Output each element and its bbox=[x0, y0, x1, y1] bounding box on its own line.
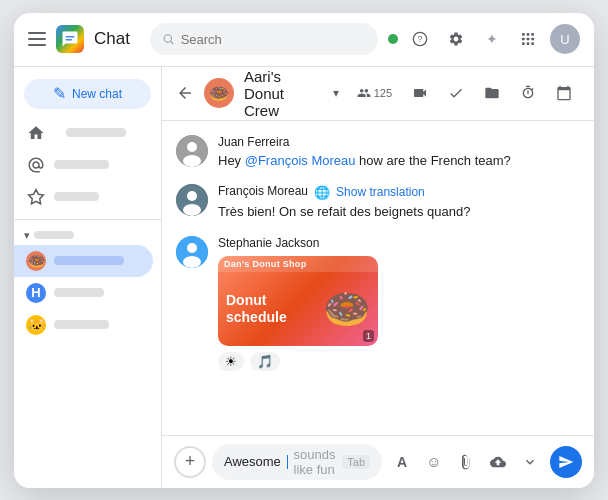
add-icon: + bbox=[185, 451, 196, 472]
stephanie-avatar bbox=[176, 236, 208, 268]
svg-rect-5 bbox=[527, 33, 530, 36]
app-logo bbox=[56, 25, 84, 53]
donut-crew-label bbox=[54, 256, 124, 265]
sidebar-item-home[interactable] bbox=[14, 117, 153, 149]
home-icon bbox=[26, 123, 46, 143]
svg-point-15 bbox=[187, 142, 197, 152]
send-button[interactable] bbox=[550, 446, 582, 478]
svg-rect-6 bbox=[531, 33, 534, 36]
folder-icon bbox=[484, 85, 500, 101]
more-input-button[interactable] bbox=[516, 448, 544, 476]
sidebar-item-person-h[interactable]: H bbox=[14, 277, 153, 309]
chat-title: Aari's Donut Crew bbox=[244, 68, 321, 119]
card-text: Donut schedule bbox=[226, 292, 287, 326]
format-button[interactable]: A bbox=[388, 448, 416, 476]
input-actions: A ☺ bbox=[388, 448, 544, 476]
grid-button[interactable] bbox=[514, 25, 542, 53]
sidebar-item-saved[interactable] bbox=[14, 181, 153, 213]
svg-marker-13 bbox=[29, 189, 44, 203]
sidebar-item-mentions[interactable] bbox=[14, 149, 153, 181]
reactions-row: ☀ 🎵 bbox=[218, 352, 580, 371]
main-layout: ✎ New chat bbox=[14, 67, 594, 488]
emoji-button[interactable]: ☺ bbox=[420, 448, 448, 476]
video-icon bbox=[412, 85, 428, 101]
sidebar-divider bbox=[14, 219, 161, 220]
help-icon: ? bbox=[412, 31, 428, 47]
send-icon bbox=[558, 454, 574, 470]
settings-button[interactable] bbox=[442, 25, 470, 53]
message-group-stephanie: Stephanie Jackson Dan's Donut Shop Donut… bbox=[176, 236, 580, 371]
input-cursor bbox=[287, 455, 288, 469]
emoji-icon: ☺ bbox=[426, 453, 441, 470]
card-body: Donut schedule 🍩 bbox=[218, 272, 378, 346]
attach-button[interactable] bbox=[452, 448, 480, 476]
reaction-sun[interactable]: ☀ bbox=[218, 352, 244, 371]
new-chat-button[interactable]: ✎ New chat bbox=[24, 79, 151, 109]
timer-icon bbox=[520, 85, 536, 101]
app-title: Chat bbox=[94, 29, 130, 49]
chat-title-caret[interactable]: ▾ bbox=[333, 86, 339, 100]
chat-header-actions: 125 bbox=[349, 77, 580, 109]
member-count: 125 bbox=[374, 87, 392, 99]
show-translation-link[interactable]: Show translation bbox=[336, 185, 425, 199]
svg-rect-8 bbox=[527, 38, 530, 41]
donut-crew-avatar: 🍩 bbox=[26, 251, 46, 271]
back-button[interactable] bbox=[176, 84, 194, 102]
svg-point-22 bbox=[183, 256, 201, 268]
app-window: Chat ? ✦ bbox=[14, 13, 594, 488]
top-bar-actions: ? ✦ U bbox=[388, 24, 580, 54]
saved-icon bbox=[26, 187, 46, 207]
sidebar: ✎ New chat bbox=[14, 67, 162, 488]
juan-message-content: Juan Ferreira Hey @François Moreau how a… bbox=[218, 135, 580, 171]
reaction-music[interactable]: 🎵 bbox=[250, 352, 280, 371]
input-suggestion: sounds like fun bbox=[294, 447, 337, 477]
help-button[interactable]: ? bbox=[406, 25, 434, 53]
svg-rect-10 bbox=[522, 42, 525, 45]
sidebar-item-person-m[interactable]: 🐱 bbox=[14, 309, 153, 341]
settings-icon bbox=[448, 31, 464, 47]
calendar-button[interactable] bbox=[548, 77, 580, 109]
stephanie-sender-name: Stephanie Jackson bbox=[218, 236, 580, 250]
input-bar: + Awesome sounds like fun Tab A ☺ bbox=[162, 435, 594, 488]
svg-point-18 bbox=[187, 191, 197, 201]
search-input[interactable] bbox=[181, 32, 366, 47]
upload-button[interactable] bbox=[484, 448, 512, 476]
sidebar-section-chat[interactable]: ▾ bbox=[14, 226, 161, 245]
person-m-avatar: 🐱 bbox=[26, 315, 46, 335]
home-label-placeholder bbox=[66, 128, 126, 137]
paperclip-icon bbox=[458, 454, 474, 470]
member-count-button[interactable]: 125 bbox=[349, 82, 400, 104]
video-call-button[interactable] bbox=[404, 77, 436, 109]
svg-point-16 bbox=[183, 155, 201, 167]
stephanie-message-content: Stephanie Jackson Dan's Donut Shop Donut… bbox=[218, 236, 580, 371]
svg-point-19 bbox=[183, 204, 201, 216]
top-bar: Chat ? ✦ bbox=[14, 13, 594, 67]
search-icon bbox=[162, 32, 175, 46]
task-button[interactable] bbox=[440, 77, 472, 109]
donut-card[interactable]: Dan's Donut Shop Donut schedule 🍩 1 bbox=[218, 256, 378, 346]
svg-rect-7 bbox=[522, 38, 525, 41]
francois-mention: @François Moreau bbox=[245, 153, 356, 168]
francois-sender-name: François Moreau bbox=[218, 184, 308, 198]
chevron-icon bbox=[522, 454, 538, 470]
add-attachment-button[interactable]: + bbox=[174, 446, 206, 478]
francois-sender-row: François Moreau 🌐 Show translation bbox=[218, 184, 580, 200]
mentions-icon bbox=[26, 155, 46, 175]
donut-emoji: 🍩 bbox=[323, 287, 370, 331]
timer-button[interactable] bbox=[512, 77, 544, 109]
messages-area: Juan Ferreira Hey @François Moreau how a… bbox=[162, 121, 594, 435]
person-h-avatar: H bbox=[26, 283, 46, 303]
svg-line-1 bbox=[171, 41, 173, 43]
sparkle-button[interactable]: ✦ bbox=[478, 25, 506, 53]
task-icon bbox=[448, 85, 464, 101]
message-input-wrap[interactable]: Awesome sounds like fun Tab bbox=[212, 444, 382, 480]
user-avatar[interactable]: U bbox=[550, 24, 580, 54]
search-bar[interactable] bbox=[150, 23, 378, 55]
folder-button[interactable] bbox=[476, 77, 508, 109]
hamburger-menu-button[interactable] bbox=[28, 32, 46, 46]
people-icon bbox=[357, 86, 371, 100]
card-badge: 1 bbox=[363, 330, 374, 342]
juan-message-text: Hey @François Moreau how are the French … bbox=[218, 151, 580, 171]
svg-rect-12 bbox=[531, 42, 534, 45]
sidebar-item-donut-crew[interactable]: 🍩 bbox=[14, 245, 153, 277]
